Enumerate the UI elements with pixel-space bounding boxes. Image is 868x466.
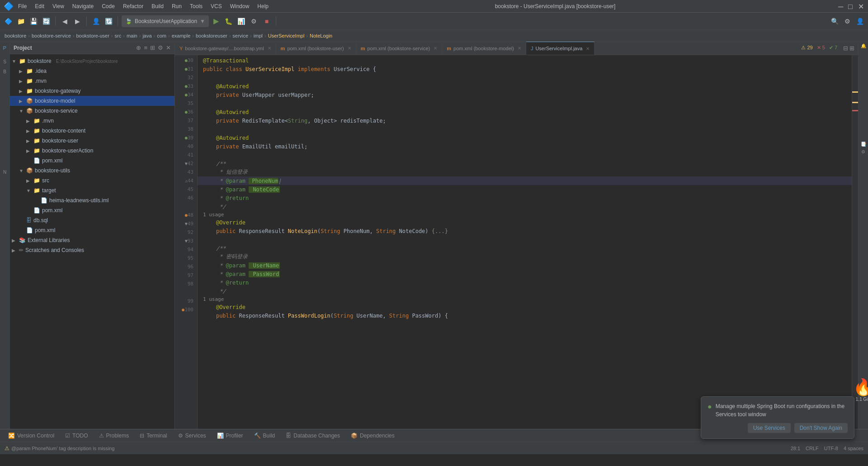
use-services-button[interactable]: Use Services	[748, 423, 791, 433]
bottom-tab-database-changes[interactable]: 🗄 Database Changes	[281, 430, 344, 442]
tab-pom-service[interactable]: m pom.xml (bookstore-service) ✕	[356, 42, 443, 55]
bottom-tab-dependencies[interactable]: 📦 Dependencies	[346, 430, 399, 442]
status-position[interactable]: 28:1	[791, 446, 800, 451]
status-encoding[interactable]: UTF-8	[824, 446, 838, 451]
tree-item-scratches[interactable]: ▶ ✏ Scratches and Consoles	[10, 245, 175, 255]
tree-item-target[interactable]: ▼ 📁 target	[10, 185, 175, 195]
menu-run[interactable]: Run	[168, 2, 185, 11]
tab-pom-user[interactable]: m pom.xml (bookstore-user) ✕	[276, 42, 356, 55]
minimize-button[interactable]: ─	[838, 3, 844, 10]
breadcrumb-service[interactable]: service	[232, 33, 248, 38]
refresh-button[interactable]: 🔄	[41, 16, 52, 27]
tree-item-idea[interactable]: ▶ 📁 .idea	[10, 66, 175, 76]
tree-item-model[interactable]: ▶ 📦 bookstore-model	[10, 96, 175, 106]
tab-close-button[interactable]: ✕	[586, 46, 590, 51]
tree-item-gateway[interactable]: ▶ 📁 bookstore-gateway	[10, 86, 175, 96]
bottom-tab-build[interactable]: 🔨 Build	[250, 430, 280, 442]
tree-item-pom-root[interactable]: ▶ 📄 pom.xml	[10, 225, 175, 235]
menu-refactor[interactable]: Refactor	[119, 2, 147, 11]
breadcrumb-com[interactable]: com	[157, 33, 166, 38]
maximize-button[interactable]: □	[848, 3, 854, 10]
tab-close-button[interactable]: ✕	[348, 46, 351, 51]
bookmarks-icon[interactable]: B	[0, 67, 9, 76]
tab-pom-model[interactable]: m pom.xml (bookstore-model) ✕	[442, 42, 526, 55]
split-editor-button[interactable]: ⊟	[843, 45, 848, 52]
breadcrumb-bookstore-user[interactable]: bookstore-user	[76, 33, 109, 38]
menu-tools[interactable]: Tools	[186, 2, 206, 11]
dont-show-again-button[interactable]: Don't Show Again	[794, 423, 848, 433]
breadcrumb-userserviceimpl[interactable]: UserServiceImpl	[268, 33, 305, 38]
tree-item-user[interactable]: ▶ 📁 bookstore-user	[10, 136, 175, 146]
bottom-tab-version-control[interactable]: 🔀 Version Control	[4, 430, 59, 442]
tree-item-mvn[interactable]: ▶ 📁 .mvn	[10, 76, 175, 86]
tab-close-button[interactable]: ✕	[518, 46, 521, 51]
save-button[interactable]: 💾	[28, 16, 39, 27]
memory-area[interactable]: 🔥 1.1 GiB	[853, 378, 868, 402]
tree-item-service-root[interactable]: ▼ 📦 bookstore-service	[10, 106, 175, 116]
code-content[interactable]: @Transactional public class UserServiceI…	[198, 55, 852, 429]
tree-item-mvn2[interactable]: ▶ 📁 .mvn	[10, 116, 175, 126]
tab-bootstrap[interactable]: Y bookstore-gateway/....bootstrap.yml ✕	[175, 42, 276, 55]
tree-item-iml[interactable]: ▶ 📄 heima-leadnews-utils.iml	[10, 195, 175, 205]
bottom-tab-problems[interactable]: ⚠ Problems	[94, 430, 134, 442]
menu-view[interactable]: View	[49, 2, 68, 11]
tree-item-utils[interactable]: ▼ 📦 bookstore-utils	[10, 166, 175, 176]
menu-file[interactable]: File	[14, 2, 30, 11]
project-icon[interactable]: 🔷	[3, 16, 14, 27]
breadcrumb-main[interactable]: main	[127, 33, 137, 38]
account-button[interactable]: 👤	[854, 16, 865, 27]
tab-close-button[interactable]: ✕	[434, 46, 437, 51]
fixes-badge[interactable]: ✔ 7	[829, 45, 837, 52]
bottom-tab-profiler[interactable]: 📊 Profiler	[212, 430, 248, 442]
run-button[interactable]: ▶	[211, 16, 222, 27]
notifications-right-icon[interactable]: 🔔	[861, 43, 866, 48]
tab-userserviceimpl[interactable]: J UserServiceImpl.java ✕	[526, 42, 594, 55]
forward-button[interactable]: ▶	[72, 16, 83, 27]
tree-item-db[interactable]: ▶ 🗄 db.sql	[10, 215, 175, 225]
structure-right-icon[interactable]: ⚙	[861, 149, 865, 154]
breadcrumb-example[interactable]: example	[172, 33, 191, 38]
tree-item-pom-service[interactable]: ▶ 📄 pom.xml	[10, 156, 175, 166]
vcs-button[interactable]: 🔃	[103, 16, 114, 27]
stop-button[interactable]: ■	[261, 16, 272, 27]
settings-button[interactable]: ⚙	[842, 16, 853, 27]
project-settings-button[interactable]: ⚙	[158, 44, 163, 51]
tree-item-external-libraries[interactable]: ▶ 📚 External Libraries	[10, 235, 175, 245]
tree-item-useraction[interactable]: ▶ 📁 bookstore-userAction	[10, 146, 175, 156]
notifications-icon[interactable]: N	[0, 167, 9, 176]
locate-in-tree-button[interactable]: ⊕	[136, 44, 141, 51]
status-line-sep[interactable]: CRLF	[806, 446, 819, 451]
status-warning-message[interactable]: ⚠ @param PhoneNum' tag description is mi…	[5, 445, 114, 452]
breadcrumb-src[interactable]: src	[115, 33, 122, 38]
breadcrumb-bookstoreuser[interactable]: bookstoreuser	[196, 33, 227, 38]
breadcrumb-bookstore[interactable]: bookstore	[5, 33, 26, 38]
menu-navigate[interactable]: Navigate	[69, 2, 97, 11]
search-everywhere-button[interactable]: 🔍	[829, 16, 840, 27]
debug-button[interactable]: 🐛	[223, 16, 234, 27]
breadcrumb-java[interactable]: java	[142, 33, 151, 38]
breadcrumb-notelogin[interactable]: NoteLogin	[310, 33, 332, 38]
close-project-panel-button[interactable]: ✕	[166, 44, 171, 51]
vcs-update-button[interactable]: 👤	[90, 16, 101, 27]
bookmarks-right-icon[interactable]: 📑	[861, 142, 866, 147]
breadcrumb-impl[interactable]: impl	[254, 33, 263, 38]
run-configuration-selector[interactable]: 🍃 BookstoreUserApplication ▼	[122, 15, 209, 27]
tree-item-bookstore[interactable]: ▼ 📁 bookstore E:\BookStoreProject\bookst…	[10, 56, 175, 66]
bottom-tab-todo[interactable]: ☑ TODO	[61, 430, 92, 442]
run-with-coverage-button[interactable]: 📊	[236, 16, 247, 27]
structure-icon[interactable]: S	[0, 57, 9, 66]
menu-vcs[interactable]: VCS	[207, 2, 226, 11]
tree-item-pom-utils[interactable]: ▶ 📄 pom.xml	[10, 205, 175, 215]
tab-close-button[interactable]: ✕	[268, 46, 271, 51]
bottom-tab-services[interactable]: ⚙ Services	[174, 430, 211, 442]
bottom-tab-terminal[interactable]: ⊟ Terminal	[135, 430, 171, 442]
close-button[interactable]: ✕	[858, 3, 864, 10]
open-file-button[interactable]: 📁	[15, 16, 26, 27]
recent-files-button[interactable]: ⊞	[849, 45, 854, 52]
menu-build[interactable]: Build	[148, 2, 167, 11]
menu-edit[interactable]: Edit	[31, 2, 48, 11]
menu-window[interactable]: Window	[226, 2, 253, 11]
menu-code[interactable]: Code	[98, 2, 118, 11]
tree-item-content[interactable]: ▶ 📁 bookstore-content	[10, 126, 175, 136]
more-run-button[interactable]: ⚙	[249, 16, 259, 27]
